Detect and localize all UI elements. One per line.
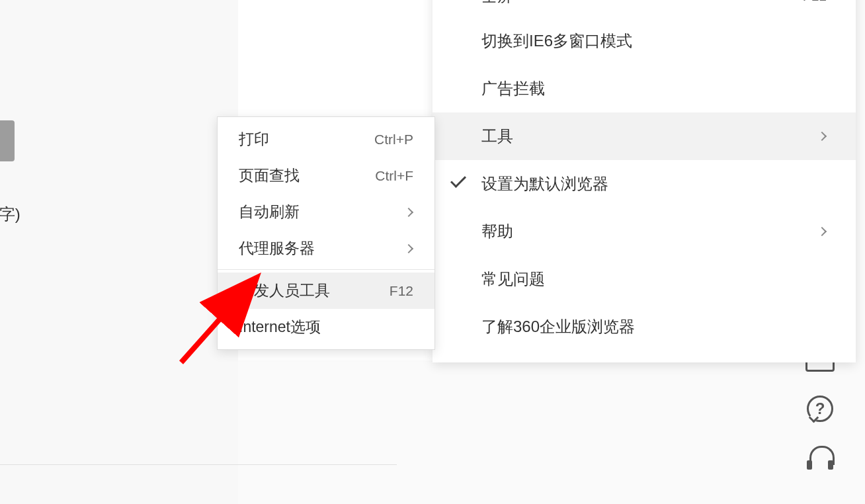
menu-label: 广告拦截 — [481, 78, 545, 99]
menu-label: 常见问题 — [481, 269, 545, 290]
submenu-label: Internet选项 — [239, 317, 321, 337]
menu-label: 了解360企业版浏览器 — [481, 316, 635, 337]
menu-label: 帮助 — [481, 221, 513, 242]
menu-label: 切换到IE6多窗口模式 — [481, 30, 632, 52]
submenu-label: 自动刷新 — [239, 202, 300, 222]
menu-item-tools[interactable]: 工具 — [432, 112, 856, 160]
submenu-item-autorefresh[interactable]: 自动刷新 — [218, 194, 434, 230]
chevron-right-icon — [404, 207, 413, 216]
menu-label: 全屏 — [481, 0, 513, 7]
left-partial-text: 50字) — [0, 204, 21, 225]
menu-item-about[interactable]: 了解360企业版浏览器 — [432, 303, 856, 351]
submenu-label: 开发人员工具 — [239, 280, 330, 301]
submenu-label: 页面查找 — [239, 165, 300, 186]
menu-item-faq[interactable]: 常见问题 — [432, 255, 856, 303]
check-icon — [450, 172, 466, 188]
tools-submenu: 打印 Ctrl+P 页面查找 Ctrl+F 自动刷新 代理服务器 开发人员工具 … — [217, 116, 435, 350]
menu-label: 设置为默认浏览器 — [481, 173, 608, 194]
menu-shortcut: F11 — [803, 0, 827, 4]
submenu-item-proxy[interactable]: 代理服务器 — [218, 230, 434, 267]
left-collapse-tab[interactable] — [0, 120, 15, 161]
submenu-item-internet-options[interactable]: Internet选项 — [218, 309, 434, 345]
divider-line — [0, 464, 397, 465]
submenu-shortcut: Ctrl+P — [374, 132, 413, 147]
menu-label: 工具 — [481, 126, 513, 147]
browser-main-menu: 全屏 F11 切换到IE6多窗口模式 广告拦截 工具 设置为默认浏览器 帮助 常… — [432, 0, 856, 362]
menu-item-fullscreen[interactable]: 全屏 F11 — [432, 0, 856, 17]
menu-item-help[interactable]: 帮助 — [432, 208, 856, 255]
submenu-item-print[interactable]: 打印 Ctrl+P — [218, 121, 434, 157]
submenu-shortcut: F12 — [390, 283, 413, 299]
submenu-divider — [218, 269, 434, 270]
submenu-label: 打印 — [239, 129, 269, 149]
chevron-right-icon — [404, 243, 413, 253]
right-float-icons: ? — [805, 357, 835, 471]
chevron-right-icon — [817, 227, 827, 236]
help-icon[interactable]: ? — [807, 396, 833, 422]
left-panel-bg — [0, 0, 238, 504]
menu-item-adblock[interactable]: 广告拦截 — [432, 65, 856, 112]
menu-item-default-browser[interactable]: 设置为默认浏览器 — [432, 160, 856, 208]
submenu-item-find[interactable]: 页面查找 Ctrl+F — [218, 157, 434, 194]
headset-icon[interactable] — [807, 446, 833, 471]
submenu-shortcut: Ctrl+F — [375, 168, 413, 184]
submenu-label: 代理服务器 — [239, 238, 315, 259]
submenu-item-devtools[interactable]: 开发人员工具 F12 — [218, 273, 434, 309]
chevron-right-icon — [817, 132, 827, 141]
menu-item-ie6-mode[interactable]: 切换到IE6多窗口模式 — [432, 17, 856, 65]
